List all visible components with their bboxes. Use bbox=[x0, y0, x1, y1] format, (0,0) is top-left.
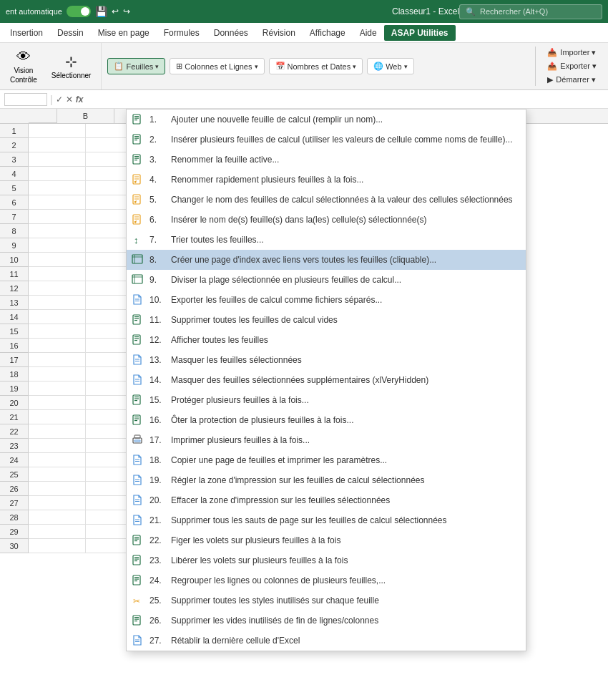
cell-4-0[interactable] bbox=[29, 167, 86, 181]
cell-13-0[interactable] bbox=[29, 296, 86, 310]
ribbon-btn-web[interactable]: 🌐Web▾ bbox=[367, 58, 413, 74]
cell-26-0[interactable] bbox=[29, 482, 86, 496]
dropdown-item-9[interactable]: 9.Diviser la plage sélectionnée en plusi… bbox=[127, 270, 526, 290]
dropdown-item-icon-22 bbox=[131, 534, 144, 547]
cell-29-0[interactable] bbox=[29, 525, 86, 539]
dropdown-item-3[interactable]: 3.Renommer la feuille active... bbox=[127, 150, 526, 170]
dropdown-item-15[interactable]: 15.Protéger plusieurs feuilles à la fois… bbox=[127, 390, 526, 410]
dropdown-item-13[interactable]: 13.Masquer les feuilles sélectionnées bbox=[127, 350, 526, 370]
menu-item-formules[interactable]: Formules bbox=[157, 25, 207, 41]
cell-27-0[interactable] bbox=[29, 496, 86, 510]
menu-item-mise-en-page[interactable]: Mise en page bbox=[91, 25, 157, 41]
dropdown-item-4[interactable]: 4.Renommer rapidement plusieurs feuilles… bbox=[127, 170, 526, 190]
cell-21-0[interactable] bbox=[29, 410, 86, 424]
vision-button[interactable]: 👁 Vision Contrôle bbox=[6, 46, 41, 87]
cell-11-0[interactable] bbox=[29, 267, 86, 281]
row-num-11: 11 bbox=[0, 267, 28, 281]
cell-24-0[interactable] bbox=[29, 453, 86, 467]
dropdown-item-14[interactable]: 14.Masquer des feuilles sélectionnées su… bbox=[127, 370, 526, 390]
cell-14-0[interactable] bbox=[29, 310, 86, 324]
dropdown-item-text-15: Protéger plusieurs feuilles à la fois... bbox=[171, 395, 519, 405]
dropdown-item-21[interactable]: 21.Supprimer tous les sauts de page sur … bbox=[127, 510, 526, 530]
cell-15-0[interactable] bbox=[29, 324, 86, 339]
cell-25-0[interactable] bbox=[29, 467, 86, 482]
cell-5-0[interactable] bbox=[29, 181, 86, 195]
dropdown-item-18[interactable]: 18.Copier une page de feuilles et imprim… bbox=[127, 450, 526, 470]
dropdown-item-19[interactable]: 19.Régler la zone d'impression sur les f… bbox=[127, 470, 526, 490]
dropdown-item-22[interactable]: 22.Figer les volets sur plusieurs feuill… bbox=[127, 530, 526, 550]
menu-item-donnees[interactable]: Données bbox=[207, 25, 255, 41]
cell-7-0[interactable] bbox=[29, 210, 86, 224]
cell-22-0[interactable] bbox=[29, 424, 86, 439]
cell-6-0[interactable] bbox=[29, 195, 86, 210]
dropdown-item-2[interactable]: 2.Insérer plusieurs feuilles de calcul (… bbox=[127, 130, 526, 150]
cell-18-0[interactable] bbox=[29, 367, 86, 381]
svg-rect-22 bbox=[132, 255, 142, 263]
dropdown-item-icon-4 bbox=[131, 173, 144, 186]
dropdown-item-11[interactable]: 11.Supprimer toutes les feuilles de calc… bbox=[127, 310, 526, 330]
dropdown-item-25[interactable]: ✂25.Supprimer toutes les styles inutilis… bbox=[127, 590, 526, 611]
dropdown-item-20[interactable]: 20.Effacer la zone d'impression sur les … bbox=[127, 490, 526, 510]
auto-save-toggle[interactable] bbox=[67, 6, 91, 17]
cell-16-0[interactable] bbox=[29, 339, 86, 353]
menu-item-affichage[interactable]: Affichage bbox=[303, 25, 353, 41]
name-box[interactable] bbox=[4, 93, 47, 106]
dropdown-item-7[interactable]: ↕7.Trier toutes les feuilles... bbox=[127, 230, 526, 250]
fx-icon[interactable]: fx bbox=[76, 94, 84, 104]
formula-bar: | ✓ ✕ fx bbox=[0, 90, 608, 109]
cell-3-0[interactable] bbox=[29, 152, 86, 167]
cell-30-0[interactable] bbox=[29, 539, 86, 553]
undo-icon[interactable]: ↩ bbox=[112, 6, 119, 16]
cell-9-0[interactable] bbox=[29, 238, 86, 253]
ribbon-btn-nombres-dates[interactable]: 📅Nombres et Dates▾ bbox=[269, 58, 363, 74]
svg-rect-65 bbox=[133, 555, 140, 565]
dropdown-item-icon-5 bbox=[131, 193, 144, 206]
dropdown-item-24[interactable]: 24.Regrouper les lignes ou colonnes de p… bbox=[127, 570, 526, 590]
dropdown-item-27[interactable]: 27.Rétablir la dernière cellule d'Excel bbox=[127, 631, 526, 651]
dropdown-item-text-7: Trier toutes les feuilles... bbox=[171, 235, 519, 245]
menu-item-dessin[interactable]: Dessin bbox=[50, 25, 91, 41]
cell-10-0[interactable] bbox=[29, 253, 86, 267]
dropdown-item-5[interactable]: 5.Changer le nom des feuilles de calcul … bbox=[127, 190, 526, 210]
cell-20-0[interactable] bbox=[29, 396, 86, 410]
menu-item-aide[interactable]: Aide bbox=[353, 25, 384, 41]
right-btn-exporter[interactable]: 📤Exporter ▾ bbox=[541, 60, 602, 72]
dropdown-item-17[interactable]: 17.Imprimer plusieurs feuilles à la fois… bbox=[127, 430, 526, 450]
dropdown-item-8[interactable]: 8.Créer une page d'index avec liens vers… bbox=[127, 250, 526, 270]
right-btn-importer[interactable]: 📥Importer ▾ bbox=[541, 47, 602, 59]
svg-rect-2 bbox=[134, 118, 139, 119]
cell-1-0[interactable] bbox=[29, 124, 86, 138]
ribbon-btn-colonnes-lignes[interactable]: ⊞Colonnes et Lignes▾ bbox=[170, 58, 264, 74]
cell-19-0[interactable] bbox=[29, 381, 86, 396]
cell-2-0[interactable] bbox=[29, 138, 86, 152]
checkmark-icon[interactable]: ✓ bbox=[56, 94, 63, 104]
dropdown-item-23[interactable]: 23.Libérer les volets sur plusieurs feui… bbox=[127, 550, 526, 570]
dropdown-item-num-8: 8. bbox=[149, 255, 165, 265]
svg-rect-42 bbox=[133, 395, 140, 404]
row-num-25: 25 bbox=[0, 467, 28, 482]
dropdown-item-icon-16 bbox=[131, 414, 144, 427]
save-icon[interactable]: 💾 bbox=[95, 6, 107, 17]
formula-input[interactable] bbox=[86, 94, 604, 104]
right-btn-demarrer[interactable]: ▶Démarrer ▾ bbox=[541, 74, 602, 86]
cell-12-0[interactable] bbox=[29, 281, 86, 296]
dropdown-item-12[interactable]: 12.Afficher toutes les feuilles bbox=[127, 330, 526, 350]
search-box[interactable]: 🔍 Rechercher (Alt+Q) bbox=[459, 4, 602, 19]
ribbon-btn-feuilles[interactable]: 📋Feuilles▾ bbox=[107, 58, 165, 74]
dropdown-item-26[interactable]: 26.Supprimer les vides inutilisés de fin… bbox=[127, 611, 526, 631]
dropdown-item-16[interactable]: 16.Ôter la protection de plusieurs feuil… bbox=[127, 410, 526, 430]
dropdown-item-10[interactable]: 10.Exporter les feuilles de calcul comme… bbox=[127, 290, 526, 310]
cell-23-0[interactable] bbox=[29, 439, 86, 453]
redo-icon[interactable]: ↪ bbox=[123, 6, 130, 16]
dropdown-item-1[interactable]: 1.Ajouter une nouvelle feuille de calcul… bbox=[127, 110, 526, 130]
cell-8-0[interactable] bbox=[29, 224, 86, 238]
menu-item-revision[interactable]: Révision bbox=[255, 25, 303, 41]
dropdown-item-6[interactable]: 6.Insérer le nom de(s) feuille(s) dans l… bbox=[127, 210, 526, 230]
cross-icon[interactable]: ✕ bbox=[66, 94, 73, 104]
menu-item-asap[interactable]: ASAP Utilities bbox=[384, 25, 456, 41]
dropdown-item-num-24: 24. bbox=[149, 575, 165, 585]
selectionner-button[interactable]: ⊹ Sélectionner bbox=[47, 50, 96, 82]
menu-item-insertion[interactable]: Insertion bbox=[3, 25, 50, 41]
cell-28-0[interactable] bbox=[29, 510, 86, 525]
cell-17-0[interactable] bbox=[29, 353, 86, 367]
